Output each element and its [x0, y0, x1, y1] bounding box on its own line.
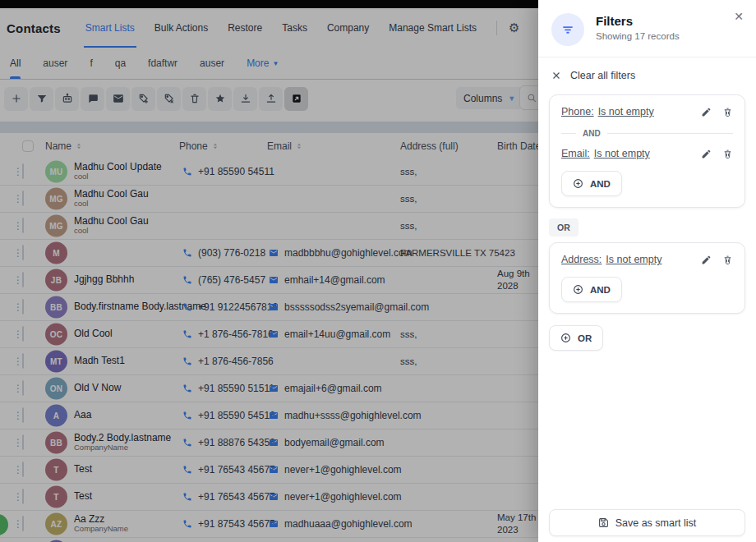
filter-funnel-icon — [551, 13, 584, 46]
save-as-smart-list-button[interactable]: Save as smart list — [549, 509, 745, 536]
filters-panel-header: Filters Showing 17 records ✕ — [538, 0, 756, 57]
filter-condition-link[interactable]: Address:Is not empty — [561, 254, 662, 265]
and-separator: AND — [561, 129, 733, 138]
add-and-condition-button[interactable]: AND — [561, 171, 622, 196]
filter-condition: Email:Is not empty — [561, 148, 733, 159]
filter-group-card: Phone:Is not empty AND Email:Is not empt… — [549, 94, 745, 208]
filters-panel: Filters Showing 17 records ✕ Clear all f… — [538, 0, 756, 542]
add-and-condition-button[interactable]: AND — [561, 277, 622, 302]
save-icon — [598, 517, 609, 528]
clear-all-filters-button[interactable]: Clear all filters — [538, 57, 756, 89]
delete-trash-icon[interactable] — [722, 149, 733, 159]
edit-pencil-icon[interactable] — [701, 107, 712, 117]
delete-trash-icon[interactable] — [722, 255, 733, 265]
close-icon[interactable]: ✕ — [734, 11, 744, 22]
filter-group-card: Address:Is not empty AND — [549, 242, 745, 314]
filters-record-count: Showing 17 records — [596, 31, 680, 41]
filters-title: Filters — [596, 14, 680, 28]
filter-condition: Address:Is not empty — [561, 254, 733, 265]
plus-circle-icon — [560, 333, 571, 343]
plus-circle-icon — [573, 178, 583, 189]
delete-trash-icon[interactable] — [722, 107, 733, 117]
filter-condition-link[interactable]: Email:Is not empty — [561, 148, 650, 159]
edit-pencil-icon[interactable] — [701, 255, 712, 265]
add-or-group-button[interactable]: OR — [549, 325, 603, 351]
clear-x-icon — [551, 71, 561, 80]
filter-condition: Phone:Is not empty — [561, 106, 733, 117]
edit-pencil-icon[interactable] — [701, 149, 712, 159]
plus-circle-icon — [573, 284, 583, 295]
filter-condition-link[interactable]: Phone:Is not empty — [561, 106, 654, 117]
or-group-badge: OR — [549, 218, 579, 237]
